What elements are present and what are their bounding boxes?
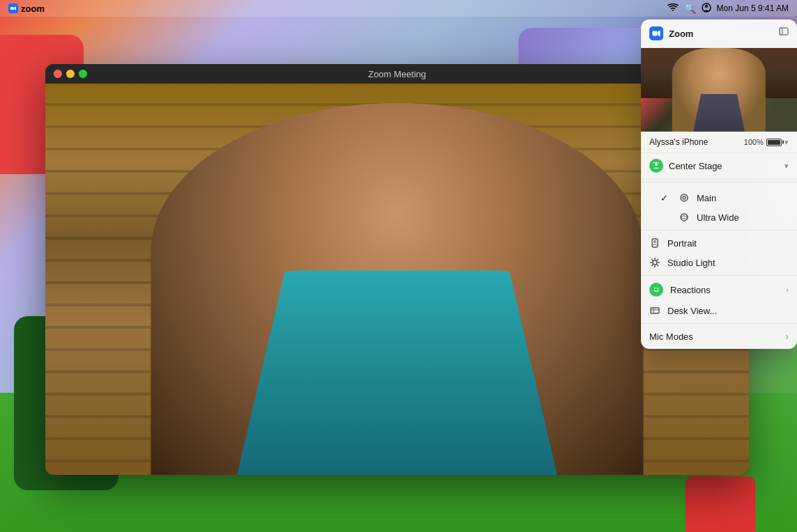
svg-line-22 — [652, 260, 653, 260]
svg-point-3 — [705, 5, 708, 8]
battery-info: 100% ▾ — [744, 138, 789, 147]
person-blazer — [237, 270, 557, 475]
notification-panel: Zoom Alyssa's iPhone 100% ▾ — [641, 19, 797, 349]
reactions-icon — [649, 283, 663, 297]
menubar-right: 🔍 Mon Jun 5 9:41 AM — [667, 3, 789, 15]
menu-divider-3 — [641, 275, 797, 276]
menu-item-main-label: Main — [697, 193, 789, 203]
mic-modes-arrow-icon: › — [785, 331, 789, 342]
svg-rect-6 — [780, 28, 788, 35]
person-silhouette — [151, 103, 644, 475]
menu-divider-4 — [641, 323, 797, 324]
svg-point-12 — [681, 194, 688, 201]
svg-marker-1 — [15, 7, 17, 10]
svg-line-24 — [657, 260, 658, 260]
svg-line-23 — [657, 265, 658, 265]
camera-preview — [641, 48, 797, 132]
svg-point-17 — [653, 260, 657, 265]
zoom-app-icon — [8, 3, 18, 13]
notif-app-info: Zoom — [649, 26, 693, 40]
svg-rect-0 — [10, 7, 14, 10]
checkmark-icon: ✓ — [660, 193, 672, 203]
window-title: Zoom Meeting — [368, 69, 426, 79]
center-stage-row[interactable]: Center Stage ▾ — [641, 153, 797, 179]
camera-preview-person — [672, 48, 766, 132]
menubar-left: zoom — [8, 3, 45, 14]
menu-item-portrait[interactable]: Portrait — [641, 233, 797, 253]
menu-item-portrait-label: Portrait — [667, 238, 789, 249]
svg-rect-11 — [658, 162, 659, 164]
portrait-icon — [649, 237, 660, 249]
device-chevron-icon[interactable]: ▾ — [784, 138, 789, 147]
menu-item-desk-view[interactable]: Desk View... — [641, 301, 797, 320]
menu-item-ultrawide[interactable]: ✓ Ultra Wide — [641, 208, 797, 227]
studio-light-icon — [649, 257, 660, 268]
device-name: Alyssa's iPhone — [649, 137, 708, 147]
bg-patch-red-bottom — [686, 476, 755, 532]
svg-point-26 — [654, 288, 656, 289]
menu-item-main[interactable]: ✓ Main — [641, 188, 797, 208]
svg-point-13 — [683, 196, 686, 199]
center-stage-icon — [649, 159, 663, 173]
device-info-row: Alyssa's iPhone 100% ▾ — [641, 132, 797, 153]
traffic-lights — [54, 70, 87, 78]
svg-point-27 — [657, 288, 658, 289]
notif-expand-icon[interactable] — [779, 27, 789, 40]
svg-point-14 — [681, 214, 688, 221]
center-stage-left: Center Stage — [649, 159, 722, 173]
menu-items: ✓ Main ✓ Ultra Wide — [641, 185, 797, 349]
siri-icon[interactable] — [702, 3, 711, 15]
svg-rect-7 — [780, 28, 782, 35]
mic-modes-row[interactable]: Mic Modes › — [641, 327, 797, 346]
menu-item-reactions-label: Reactions — [670, 285, 779, 295]
menu-item-reactions[interactable]: Reactions › — [641, 279, 797, 301]
svg-line-25 — [652, 265, 653, 265]
reactions-arrow-icon: › — [786, 285, 789, 294]
zoom-menu-icon[interactable]: zoom — [8, 3, 45, 14]
battery-percent: 100% — [744, 138, 764, 146]
svg-rect-10 — [653, 162, 654, 164]
svg-rect-4 — [652, 31, 657, 36]
wifi-icon — [667, 3, 679, 14]
menu-item-ultrawide-label: Ultra Wide — [697, 212, 789, 223]
menubar: zoom 🔍 Mon Jun 5 9:41 AM — [0, 0, 797, 17]
search-icon[interactable]: 🔍 — [684, 3, 696, 14]
battery-icon — [766, 139, 782, 146]
battery-fill — [768, 140, 780, 145]
desk-view-icon — [649, 305, 660, 316]
notif-zoom-icon — [649, 26, 663, 40]
menu-divider-2 — [641, 230, 797, 230]
notif-app-name: Zoom — [669, 29, 693, 39]
notif-header: Zoom — [641, 19, 797, 48]
menu-divider-1 — [641, 182, 797, 182]
minimize-button[interactable] — [66, 70, 75, 78]
center-stage-chevron[interactable]: ▾ — [784, 162, 789, 171]
ultrawide-camera-icon — [679, 212, 690, 223]
main-camera-icon — [679, 192, 690, 203]
zoom-app-label[interactable]: zoom — [21, 3, 45, 14]
svg-rect-28 — [651, 308, 659, 313]
svg-point-16 — [654, 241, 656, 243]
close-button[interactable] — [54, 70, 62, 78]
svg-marker-5 — [658, 31, 660, 36]
svg-rect-9 — [655, 162, 658, 163]
menu-item-studio-light[interactable]: Studio Light — [641, 253, 797, 272]
preview-jacket — [693, 94, 745, 132]
center-stage-label: Center Stage — [669, 161, 722, 171]
maximize-button[interactable] — [79, 70, 87, 78]
mic-modes-label: Mic Modes — [649, 331, 693, 342]
menubar-time: Mon Jun 5 9:41 AM — [717, 3, 789, 13]
menu-item-desk-view-label: Desk View... — [667, 306, 789, 316]
menu-item-studio-light-label: Studio Light — [667, 258, 789, 268]
svg-point-8 — [655, 163, 658, 166]
